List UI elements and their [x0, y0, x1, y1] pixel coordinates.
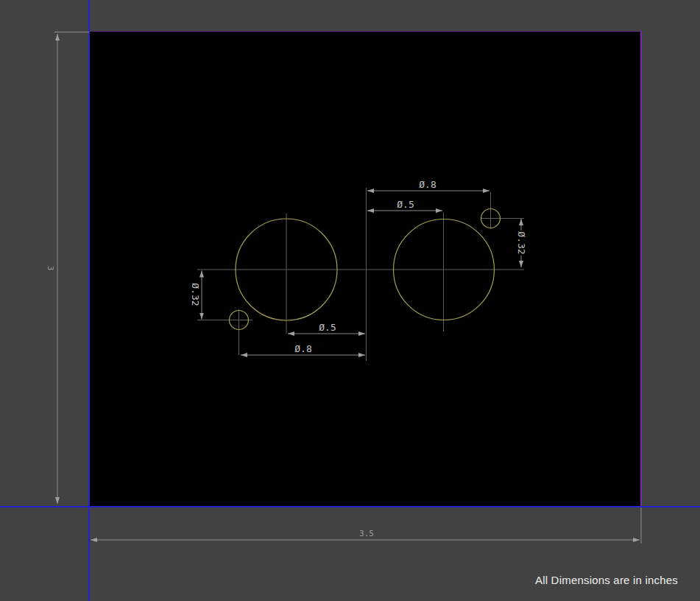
- dim-right-offset: Ø.32: [516, 219, 527, 267]
- dim-plate-height: 3: [46, 32, 90, 505]
- dim-top-inner-label: Ø.5: [397, 199, 414, 210]
- dim-top-outer: Ø.8: [367, 179, 489, 191]
- dim-bottom-outer-label: Ø.8: [294, 343, 311, 354]
- dim-bottom-inner-label: Ø.5: [319, 322, 336, 333]
- dim-plate-width-label: 3.5: [359, 529, 374, 538]
- dim-top-outer-label: Ø.8: [419, 179, 436, 190]
- dim-left-offset-label: Ø.32: [190, 283, 201, 306]
- dim-right-offset-label: Ø.32: [516, 231, 527, 254]
- cad-viewport[interactable]: Ø.8 Ø.5 Ø.5 Ø.8 Ø.32 Ø.32 3: [0, 0, 700, 601]
- dim-bottom-inner: Ø.5: [288, 322, 365, 334]
- dim-top-inner: Ø.5: [367, 199, 442, 211]
- units-note: All Dimensions are in inches: [383, 574, 678, 586]
- dim-plate-height-label: 3: [46, 266, 55, 271]
- dim-plate-width: 3.5: [91, 507, 641, 544]
- drawing-layer: Ø.8 Ø.5 Ø.5 Ø.8 Ø.32 Ø.32 3: [0, 0, 700, 601]
- dim-left-offset: Ø.32: [190, 271, 202, 320]
- dim-bottom-outer: Ø.8: [241, 343, 365, 355]
- centerlines: [197, 188, 524, 361]
